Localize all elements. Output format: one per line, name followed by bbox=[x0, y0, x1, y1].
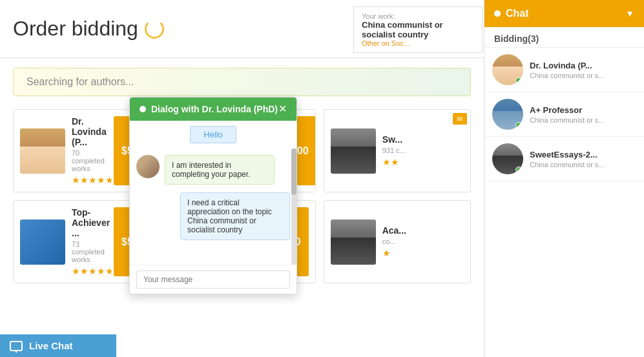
bidder-sub: China communist or s... bbox=[530, 161, 636, 168]
dialog-messages: I am interested in completing your paper… bbox=[130, 148, 296, 265]
dialog-message-row: I need a critical appreciation on the to… bbox=[136, 192, 290, 240]
chat-bidder-item[interactable]: SweetEssays-2... China communist or s... bbox=[484, 137, 644, 181]
bidder-info: A+ Professor China communist or s... bbox=[530, 105, 636, 124]
bidding-label: Bidding(3) bbox=[484, 27, 644, 48]
bidder-avatar bbox=[492, 143, 523, 174]
dialog-message-input[interactable] bbox=[136, 270, 290, 289]
bidder-avatar bbox=[492, 54, 523, 85]
card-works: 931 c... bbox=[382, 147, 464, 154]
live-chat-bar[interactable]: Live Chat bbox=[0, 334, 116, 357]
searching-bar: Searching for authors... bbox=[13, 68, 471, 96]
loader-icon bbox=[145, 19, 164, 39]
email-icon[interactable]: ✉ bbox=[453, 113, 467, 125]
chat-bidder-item[interactable]: Dr. Lovinda (P... China communist or s..… bbox=[484, 48, 644, 92]
dialog-header-left: Dialog with Dr. Lovinda (PhD) bbox=[140, 104, 278, 114]
bidder-avatar bbox=[492, 99, 523, 130]
work-info-label: Your work: bbox=[362, 12, 474, 20]
chat-title: Chat bbox=[506, 8, 529, 19]
card-info: Dr. Lovinda (P... 70 completed works ★★★… bbox=[72, 116, 114, 185]
card-info: Aca... co... ★ bbox=[382, 225, 464, 258]
work-info-sub: Other on Soc... bbox=[362, 39, 474, 47]
scrollbar-thumb bbox=[291, 148, 296, 195]
bidder-online-dot bbox=[515, 167, 522, 173]
bidder-info: SweetEssays-2... China communist or s... bbox=[530, 150, 636, 168]
bidder-card[interactable]: Sw... 931 c... ★★ ✉ bbox=[324, 109, 471, 192]
card-stars: ★★ bbox=[382, 157, 464, 167]
scrollbar[interactable] bbox=[291, 148, 296, 265]
bidder-card[interactable]: Aca... co... ★ bbox=[324, 200, 471, 283]
dialog-header: Dialog with Dr. Lovinda (PhD) ✕ bbox=[130, 97, 296, 121]
card-stars: ★★★★★ bbox=[72, 175, 114, 185]
dialog-input-area bbox=[130, 265, 296, 294]
dialog-close-button[interactable]: ✕ bbox=[278, 104, 287, 114]
card-avatar bbox=[331, 128, 376, 174]
bidder-name: A+ Professor bbox=[530, 105, 636, 115]
live-chat-label: Live Chat bbox=[29, 340, 73, 351]
dialog-title: Dialog with Dr. Lovinda (PhD) bbox=[151, 104, 278, 114]
dialog-online-dot bbox=[140, 106, 146, 112]
chat-bidder-item[interactable]: A+ Professor China communist or s... bbox=[484, 92, 644, 137]
dialog-author-avatar bbox=[136, 155, 160, 178]
card-works: 73 completed works bbox=[72, 240, 114, 263]
chat-panel: Chat ▼ Bidding(3) Dr. Lovinda (P... Chin… bbox=[484, 0, 644, 357]
bidder-name: Dr. Lovinda (P... bbox=[530, 61, 636, 70]
bidder-info: Dr. Lovinda (P... China communist or s..… bbox=[530, 61, 636, 79]
card-stars: ★★★★★ bbox=[72, 266, 114, 276]
chat-header[interactable]: Chat ▼ bbox=[484, 0, 644, 27]
dialog-bubble-right: I need a critical appreciation on the to… bbox=[180, 192, 290, 240]
chat-online-dot bbox=[494, 10, 501, 17]
chat-chevron-icon[interactable]: ▼ bbox=[625, 8, 634, 19]
card-works: co... bbox=[382, 238, 464, 245]
main-content: Searching for authors... Dr. Lovinda (P.… bbox=[0, 58, 484, 357]
dialog-hello-button[interactable]: Hello bbox=[190, 126, 236, 143]
card-works: 70 completed works bbox=[72, 149, 114, 172]
dialog-message-row: I am interested in completing your paper… bbox=[136, 155, 290, 185]
bidder-name: SweetEssays-2... bbox=[530, 150, 636, 159]
bidder-sub: China communist or s... bbox=[530, 116, 636, 124]
card-name: Aca... bbox=[382, 225, 464, 236]
card-name: Top-Achiever ... bbox=[72, 207, 114, 238]
bidder-online-dot bbox=[515, 77, 522, 84]
dialog-bubble: I am interested in completing your paper… bbox=[165, 155, 275, 185]
card-avatar bbox=[20, 219, 65, 265]
work-info-title: China communist or socialist country bbox=[362, 20, 474, 39]
bidder-online-dot bbox=[515, 122, 522, 128]
card-info: Top-Achiever ... 73 completed works ★★★★… bbox=[72, 207, 114, 276]
dialog-overlay: Dialog with Dr. Lovinda (PhD) ✕ Hello I … bbox=[129, 97, 297, 294]
card-avatar bbox=[331, 219, 376, 265]
card-name: Sw... bbox=[382, 134, 464, 145]
title-text: Order bidding bbox=[13, 17, 138, 41]
work-info-panel: Your work: China communist or socialist … bbox=[353, 6, 483, 53]
page-title: Order bidding bbox=[13, 17, 164, 41]
card-stars: ★ bbox=[382, 248, 464, 258]
live-chat-icon bbox=[10, 341, 23, 351]
bidder-sub: China communist or s... bbox=[530, 72, 636, 79]
card-avatar bbox=[20, 128, 65, 174]
chat-header-left: Chat bbox=[494, 8, 529, 19]
card-name: Dr. Lovinda (P... bbox=[72, 116, 114, 147]
card-info: Sw... 931 c... ★★ bbox=[382, 134, 464, 167]
